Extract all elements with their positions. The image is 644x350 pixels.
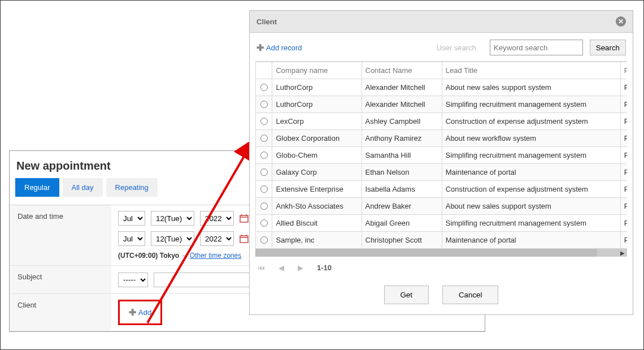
cell-contact: Ashley Campbell (362, 113, 442, 130)
tab-allday[interactable]: All day (63, 178, 103, 197)
pager-first-icon[interactable]: ⏮ (258, 263, 265, 272)
cell-proposal: Plan-A (620, 181, 627, 198)
cell-contact: Alexander Mitchell (362, 79, 442, 96)
cell-lead: Maintenance of portal (442, 164, 620, 181)
records-table: Company name Contact Name Lead Title Pro… (255, 62, 627, 249)
row-radio[interactable] (260, 185, 268, 193)
month-start-select[interactable]: Jul (118, 211, 145, 226)
subject-type-select[interactable]: ----- (118, 273, 148, 287)
table-row[interactable]: Globex CorporationAnthony RamirezAbout n… (256, 130, 628, 147)
cell-company: Sample, inc (272, 232, 362, 249)
keyword-search-input[interactable] (490, 40, 583, 55)
add-label: Add (138, 308, 151, 317)
col-proposal[interactable]: Proposal (620, 62, 627, 79)
day-start-select[interactable]: 12(Tue) (151, 211, 194, 226)
col-lead[interactable]: Lead Title (442, 62, 620, 79)
client-picker-popup: Client ✕ ✚ Add record User search Search… (249, 10, 633, 315)
col-contact[interactable]: Contact Name (362, 62, 442, 79)
table-row[interactable]: Extensive EnterpriseIsabella AdamsConstr… (256, 181, 628, 198)
cancel-button[interactable]: Cancel (442, 286, 499, 304)
cell-proposal: Plan-B (620, 79, 627, 96)
col-company[interactable]: Company name (272, 62, 362, 79)
popup-title: Client (256, 18, 277, 26)
row-radio[interactable] (260, 118, 268, 125)
cell-company: LuthorCorp (272, 79, 362, 96)
cell-lead: About new sales support system (442, 79, 620, 96)
cell-company: Galaxy Corp (272, 164, 362, 181)
cell-proposal: Plan-B (620, 130, 627, 147)
pager-next-icon[interactable]: ▶ (298, 263, 303, 272)
cell-company: Globo-Chem (272, 147, 362, 164)
add-client-highlight: ✚ Add (118, 300, 162, 325)
tz-current: (UTC+09:00) Tokyo (118, 252, 179, 260)
cell-contact: Ethan Nelson (362, 164, 442, 181)
svg-rect-0 (240, 215, 248, 222)
cell-proposal: Plan-B (620, 164, 627, 181)
table-row[interactable]: Galaxy CorpEthan NelsonMaintenance of po… (256, 164, 628, 181)
table-row[interactable]: Ankh-Sto AssociatesAndrew BakerAbout new… (256, 198, 628, 215)
row-radio[interactable] (260, 168, 268, 176)
search-button[interactable]: Search (590, 40, 626, 55)
row-radio[interactable] (260, 152, 268, 159)
table-header-row: Company name Contact Name Lead Title Pro… (256, 62, 628, 79)
year-end-select[interactable]: 2022 (200, 231, 234, 246)
scroll-right-arrow-icon[interactable]: ▶ (620, 250, 625, 256)
tab-regular[interactable]: Regular (15, 178, 59, 197)
month-end-select[interactable]: Jul (118, 231, 145, 246)
add-record-label: Add record (266, 44, 302, 52)
user-search-placeholder[interactable]: User search (430, 44, 483, 52)
cell-proposal: Plan-B (620, 215, 627, 232)
cell-contact: Alexander Mitchell (362, 96, 442, 113)
cell-proposal: Plan-B (620, 147, 627, 164)
row-radio[interactable] (260, 202, 268, 210)
table-row[interactable]: LuthorCorpAlexander MitchellAbout new sa… (256, 79, 628, 96)
cell-lead: Simplifing recruitment management system (442, 215, 620, 232)
pager-prev-icon[interactable]: ◀ (279, 263, 284, 272)
pager: ⏮ ◀ ▶ 1-10 (250, 257, 633, 279)
cell-lead: Construction of expense adjustment syste… (442, 113, 620, 130)
add-record-button[interactable]: ✚ Add record (256, 42, 302, 53)
cell-company: Extensive Enterprise (272, 181, 362, 198)
other-tz-link[interactable]: Other time zones (190, 252, 241, 260)
get-button[interactable]: Get (384, 286, 429, 304)
add-client-button[interactable]: ✚ Add (129, 307, 151, 318)
cell-lead: Simplifing recruitment management system (442, 96, 620, 113)
calendar-icon[interactable] (240, 214, 249, 223)
row-radio[interactable] (260, 219, 268, 227)
cell-contact: Abigail Green (362, 215, 442, 232)
label-client: Client (10, 294, 111, 331)
cell-lead: Construction of expense adjustment syste… (442, 181, 620, 198)
records-table-wrap: Company name Contact Name Lead Title Pro… (255, 61, 627, 249)
year-start-select[interactable]: 2022 (200, 211, 234, 226)
plus-icon: ✚ (129, 307, 136, 318)
table-row[interactable]: Allied BiscuitAbigail GreenSimplifing re… (256, 215, 628, 232)
day-end-select[interactable]: 12(Tue) (151, 231, 194, 246)
tz-arrow: → (181, 252, 188, 260)
cell-contact: Anthony Ramirez (362, 130, 442, 147)
popup-toolbar: ✚ Add record User search Search (250, 33, 633, 61)
cell-proposal: Plan-B (620, 198, 627, 215)
cell-contact: Christopher Scott (362, 232, 442, 249)
row-radio[interactable] (260, 84, 268, 91)
label-datetime: Date and time (10, 205, 111, 265)
row-radio[interactable] (260, 101, 268, 108)
cell-proposal: Plan-B (620, 96, 627, 113)
horizontal-scrollbar[interactable]: ▶ (255, 249, 627, 257)
tab-repeating[interactable]: Repeating (106, 178, 158, 197)
cell-contact: Andrew Baker (362, 198, 442, 215)
row-radio[interactable] (260, 135, 268, 142)
table-row[interactable]: Sample, incChristopher ScottMaintenance … (256, 232, 628, 249)
scrollbar-thumb[interactable] (255, 249, 597, 257)
label-subject: Subject (10, 266, 111, 293)
cell-company: LexCorp (272, 113, 362, 130)
table-row[interactable]: LexCorpAshley CampbellConstruction of ex… (256, 113, 628, 130)
plus-icon: ✚ (256, 42, 264, 53)
pager-range: 1-10 (317, 263, 332, 272)
cell-company: Ankh-Sto Associates (272, 198, 362, 215)
row-radio[interactable] (260, 236, 268, 244)
table-row[interactable]: LuthorCorpAlexander MitchellSimplifing r… (256, 96, 628, 113)
close-icon[interactable]: ✕ (616, 16, 626, 27)
popup-header: Client ✕ (250, 11, 633, 33)
calendar-icon[interactable] (240, 234, 249, 243)
table-row[interactable]: Globo-ChemSamantha HillSimplifing recrui… (256, 147, 628, 164)
